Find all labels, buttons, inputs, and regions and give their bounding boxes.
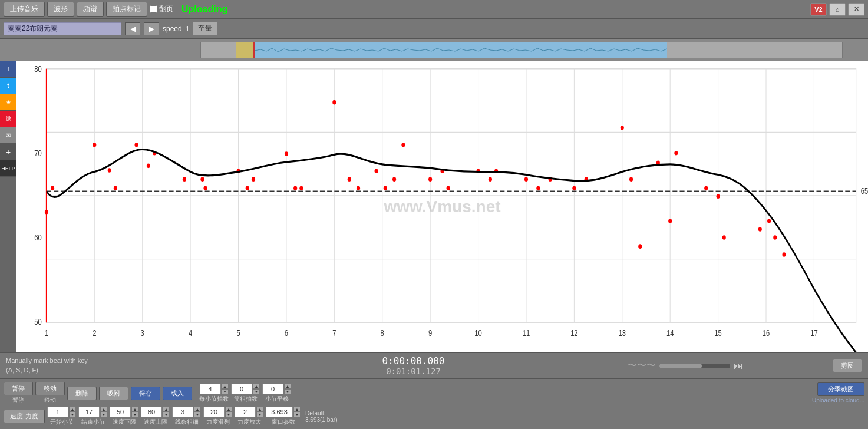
window-param-spin: ▲ ▼ xyxy=(293,407,301,417)
end-bar-input-group: ▲ ▼ xyxy=(78,407,107,417)
save-button[interactable]: 保存 xyxy=(131,387,160,400)
delete-button[interactable]: 删除 xyxy=(67,387,97,400)
end-bar-up[interactable]: ▲ xyxy=(100,407,107,412)
window-param-up[interactable]: ▲ xyxy=(293,407,301,412)
confirm-button[interactable]: 至量 xyxy=(193,22,217,35)
v2-button[interactable]: V2 xyxy=(810,3,827,16)
help-icon[interactable]: HELP xyxy=(0,160,16,177)
beat-fine-input-group: ▲ ▼ xyxy=(231,384,260,394)
close-button[interactable]: ✕ xyxy=(848,3,864,16)
bar-shift-input[interactable] xyxy=(262,384,283,394)
waveform-blue-region xyxy=(255,42,667,58)
svg-text:2: 2 xyxy=(93,329,96,338)
svg-text:12: 12 xyxy=(570,329,577,338)
beat-fine-down[interactable]: ▼ xyxy=(253,389,260,394)
spectrum-button[interactable]: 频谱 xyxy=(77,2,104,16)
line-thickness-spin: ▲ ▼ xyxy=(194,407,201,417)
force-fine-input[interactable] xyxy=(203,407,225,417)
force-fine-label: 力度滑列 xyxy=(206,418,230,426)
speed-force-button[interactable]: 速度-力度 xyxy=(4,410,45,423)
svg-point-81 xyxy=(621,126,624,130)
force-zoom-up[interactable]: ▲ xyxy=(256,407,263,412)
force-zoom-down[interactable]: ▼ xyxy=(256,412,263,417)
plus-icon[interactable]: + xyxy=(0,144,16,160)
absorb-button[interactable]: 吸附 xyxy=(99,387,128,400)
bar-shift-down[interactable]: ▼ xyxy=(284,389,291,394)
beats-per-bar-input[interactable] xyxy=(200,384,221,394)
beat-mark-button[interactable]: 拍点标记 xyxy=(106,2,147,16)
fen-ji-jie-tu-button[interactable]: 分季截图 xyxy=(817,382,864,396)
line-thickness-up[interactable]: ▲ xyxy=(194,407,201,412)
weibo-icon[interactable]: 微 xyxy=(0,111,16,127)
svg-point-69 xyxy=(401,143,405,147)
svg-point-66 xyxy=(375,169,378,173)
window-param-input-group: ▲ ▼ xyxy=(266,407,301,417)
speed-high-input[interactable] xyxy=(141,407,162,417)
window-param-label: 窗口参数 xyxy=(272,418,295,426)
playback-slider[interactable] xyxy=(659,364,730,368)
speed-high-down[interactable]: ▼ xyxy=(163,412,170,417)
time-display: 0:00:00.000 0:01:01.127 xyxy=(278,355,549,376)
svg-text:70: 70 xyxy=(34,149,41,158)
svg-point-72 xyxy=(447,186,450,191)
home-button[interactable]: ⌂ xyxy=(829,3,846,16)
end-bar-input[interactable] xyxy=(78,407,100,417)
start-bar-input[interactable] xyxy=(47,407,68,417)
window-param-input[interactable] xyxy=(266,407,293,417)
pause-button[interactable]: 暂停 xyxy=(4,382,33,395)
window-param-down[interactable]: ▼ xyxy=(293,412,301,417)
load-button[interactable]: 载入 xyxy=(163,387,192,400)
bar-shift-up[interactable]: ▲ xyxy=(284,384,291,389)
waveform-container[interactable] xyxy=(200,42,843,58)
force-fine-down[interactable]: ▼ xyxy=(225,412,232,417)
song-title-input[interactable] xyxy=(4,22,121,35)
speed-low-up[interactable]: ▲ xyxy=(131,407,138,412)
speed-low-down[interactable]: ▼ xyxy=(131,412,138,417)
speed-high-label: 速度上限 xyxy=(144,418,167,426)
twitter-icon[interactable]: t xyxy=(0,78,16,94)
svg-point-89 xyxy=(722,235,726,240)
start-bar-down[interactable]: ▼ xyxy=(69,412,76,417)
bar-shift-input-group: ▲ ▼ xyxy=(262,384,291,394)
end-bar-group: ▲ ▼ 结束小节 xyxy=(78,407,107,426)
waveform-button[interactable]: 波形 xyxy=(47,2,74,16)
star-icon[interactable]: ★ xyxy=(0,94,16,111)
beats-per-bar-up[interactable]: ▲ xyxy=(222,384,229,389)
upload-music-button[interactable]: 上传音乐 xyxy=(4,2,45,16)
svg-point-58 xyxy=(246,186,249,191)
mail-icon[interactable]: ✉ xyxy=(0,127,16,144)
default-info-label: Default: xyxy=(305,410,337,417)
line-thickness-down[interactable]: ▼ xyxy=(194,412,201,417)
line-thickness-input-group: ▲ ▼ xyxy=(172,407,201,417)
play-button[interactable]: ▶ xyxy=(144,22,159,35)
speed-high-up[interactable]: ▲ xyxy=(163,407,170,412)
bottom-row1: 暂停 暂停 移动 移动 删除 吸附 保存 载入 ▲ ▼ 每小节拍数 xyxy=(4,382,864,404)
svg-point-83 xyxy=(638,244,642,249)
flip-checkbox[interactable] xyxy=(150,5,157,13)
bar-shift-label: 小节平移 xyxy=(265,395,289,403)
facebook-icon[interactable]: f xyxy=(0,61,16,78)
start-bar-up[interactable]: ▲ xyxy=(69,407,76,412)
speed-low-input[interactable] xyxy=(110,407,131,417)
line-thickness-input[interactable] xyxy=(172,407,193,417)
jian-tu-button[interactable]: 剪图 xyxy=(833,359,862,372)
force-zoom-input[interactable] xyxy=(235,407,256,417)
speed-low-label: 速度下限 xyxy=(113,418,136,426)
svg-point-65 xyxy=(357,186,360,191)
end-bar-down[interactable]: ▼ xyxy=(100,412,107,417)
move-button[interactable]: 移动 xyxy=(35,382,65,395)
force-fine-up[interactable]: ▲ xyxy=(225,407,232,412)
beat-fine-group: ▲ ▼ 簡粗拍数 xyxy=(231,384,260,403)
time-total: 0:01:01.127 xyxy=(278,367,549,376)
svg-text:15: 15 xyxy=(714,329,721,338)
bar-shift-group: ▲ ▼ 小节平移 xyxy=(262,384,291,403)
skip-end-button[interactable]: ⏭ xyxy=(734,361,743,371)
beat-fine-up[interactable]: ▲ xyxy=(253,384,260,389)
flip-checkbox-label[interactable]: 翻页 xyxy=(150,4,173,14)
force-zoom-label: 力度放大 xyxy=(237,418,261,426)
beats-per-bar-down[interactable]: ▼ xyxy=(222,389,229,394)
time-current: 0:00:00.000 xyxy=(278,355,549,367)
speed-label: speed xyxy=(163,25,182,33)
prev-button[interactable]: ◀ xyxy=(125,22,140,35)
beat-fine-input[interactable] xyxy=(231,384,252,394)
